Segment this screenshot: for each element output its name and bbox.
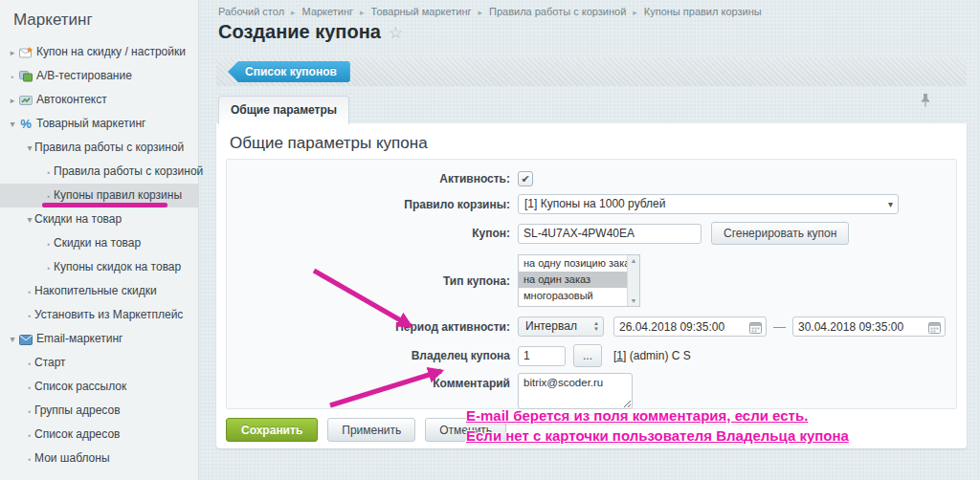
breadcrumb-item[interactable]: Купоны правил корзины <box>644 6 762 17</box>
calendar-icon[interactable] <box>749 320 762 338</box>
coupon-input[interactable] <box>518 224 702 244</box>
autocontext-icon <box>17 88 34 112</box>
sidebar-item-cart-rules-group[interactable]: Правила работы с корзиной <box>0 136 198 160</box>
coupon-list-button[interactable]: Список купонов <box>228 61 350 82</box>
sidebar-item-product-marketing[interactable]: %Товарный маркетинг <box>0 112 198 136</box>
sidebar-item-label: Установить из Маркетплейс <box>34 308 183 321</box>
sidebar-item-product-discount-coupons[interactable]: Купоны скидок на товар <box>0 255 198 279</box>
date-from-input[interactable] <box>613 316 767 337</box>
sidebar-title: Маркетинг <box>0 0 198 40</box>
sidebar-item-cart-rule-coupons[interactable]: Купоны правил корзины <box>0 184 198 207</box>
calendar-icon[interactable] <box>928 320 941 338</box>
sidebar-item-label: Скидки на товар <box>34 212 122 226</box>
owner-user-link[interactable]: [1] (admin) C S <box>613 349 691 362</box>
sidebar-item-cart-rules[interactable]: Правила работы с корзиной <box>0 160 198 184</box>
scroll-up-icon: ▲ <box>631 257 637 264</box>
apply-button[interactable]: Применить <box>327 418 415 442</box>
scroll-down-icon: ▼ <box>631 297 637 304</box>
sidebar-item-address-groups[interactable]: Группы адресов <box>0 399 198 423</box>
breadcrumb-item[interactable]: Товарный маркетинг <box>371 6 472 17</box>
sidebar-item-label: Список адресов <box>34 427 120 441</box>
sidebar-item-label: Накопительные скидки <box>34 284 157 297</box>
sidebar-item-label: Мои шаблоны <box>34 451 110 465</box>
save-button[interactable]: Сохранить <box>226 418 318 442</box>
bullet-icon <box>25 376 34 400</box>
comment-textarea[interactable]: bitrix@scoder.ru <box>518 373 633 409</box>
date-to-input[interactable] <box>792 316 946 337</box>
sidebar-item-ab-testing[interactable]: A/B-тестирование <box>0 64 198 88</box>
sidebar-item-label: Правила работы с корзиной <box>34 141 184 154</box>
sidebar-item-start[interactable]: Старт <box>0 351 198 375</box>
owner-browse-button[interactable]: ... <box>573 344 602 367</box>
coupon-mail-icon <box>17 40 34 64</box>
bullet-icon <box>25 424 34 447</box>
sidebar-item-label: Группы адресов <box>34 404 121 417</box>
annotation-note: E-mail берется из поля комментария, если… <box>466 405 849 446</box>
breadcrumb-arrow-icon: ▸ <box>360 8 365 17</box>
coupon-type-listbox: на одну позицию заказа на один заказ мно… <box>518 254 640 307</box>
collapse-arrow-icon <box>8 327 17 352</box>
sidebar: Маркетинг Купон на скидку / настройки A/… <box>0 0 199 480</box>
sidebar-item-label: Автоконтекст <box>36 93 107 106</box>
sidebar-item-label: Товарный маркетинг <box>36 117 145 130</box>
collapse-arrow-icon <box>25 136 34 161</box>
breadcrumb-arrow-icon: ▸ <box>291 8 296 17</box>
cart-rule-select[interactable]: [1] Купоны на 1000 рублей <box>518 194 899 214</box>
sidebar-item-label: Скидки на товар <box>54 236 141 250</box>
expand-arrow-icon <box>8 41 17 65</box>
coupon-label: Купон: <box>227 227 518 240</box>
sidebar-item-product-discounts[interactable]: Скидки на товар <box>0 231 198 255</box>
bullet-icon <box>44 161 54 185</box>
pin-icon[interactable] <box>920 93 931 112</box>
form-panel: Общие параметры купона Активность: ✔ Пра… <box>216 123 967 448</box>
coupon-type-label: Тип купона: <box>227 274 518 288</box>
bullet-icon <box>25 400 34 424</box>
percent-icon: % <box>17 112 34 136</box>
coupon-owner-input[interactable] <box>518 346 566 366</box>
generate-coupon-button[interactable]: Сгенерировать купон <box>711 222 849 245</box>
breadcrumb-item[interactable]: Рабочий стол <box>218 6 284 17</box>
context-toolbar: Список купонов <box>216 57 967 86</box>
checkmark-icon: ✔ <box>521 173 529 185</box>
active-period-label: Период активности: <box>227 320 518 334</box>
sidebar-item-coupon-settings[interactable]: Купон на скидку / настройки <box>0 40 198 64</box>
expand-arrow-icon <box>8 89 17 113</box>
comment-label: Комментарий <box>227 377 518 390</box>
breadcrumb: Рабочий стол▸Маркетинг▸Товарный маркетин… <box>218 6 762 17</box>
sidebar-item-label: Старт <box>34 356 66 369</box>
bullet-icon <box>44 232 54 256</box>
email-icon <box>17 327 34 351</box>
sidebar-item-label: Список рассылок <box>34 380 126 393</box>
coupon-type-option[interactable]: многоразовый <box>519 288 627 304</box>
collapse-arrow-icon <box>25 207 34 232</box>
collapse-arrow-icon <box>8 112 17 137</box>
sidebar-item-address-list[interactable]: Список адресов <box>0 423 198 447</box>
tab-general-parameters[interactable]: Общие параметры <box>218 96 349 124</box>
favorite-star-icon[interactable]: ☆ <box>389 24 403 42</box>
sidebar-item-label: Купоны правил корзины <box>54 188 182 202</box>
breadcrumb-item[interactable]: Правила работы с корзиной <box>489 6 626 17</box>
sidebar-item-autocontext[interactable]: Автоконтекст <box>0 88 198 112</box>
sidebar-item-my-templates[interactable]: Мои шаблоны <box>0 447 198 470</box>
sidebar-item-label: Правила работы с корзиной <box>54 164 203 178</box>
coupon-owner-label: Владелец купона <box>227 349 518 362</box>
listbox-scrollbar[interactable]: ▲ ▼ <box>627 255 639 306</box>
period-mode-select[interactable]: Интервал ▲▼ <box>518 316 604 337</box>
cart-rule-label: Правило корзины: <box>227 198 518 211</box>
page-title: Создание купона☆ <box>218 21 403 43</box>
sidebar-item-product-discounts-group[interactable]: Скидки на товар <box>0 207 198 231</box>
sidebar-item-email-marketing[interactable]: Email-маркетинг <box>0 327 198 351</box>
breadcrumb-arrow-icon: ▸ <box>633 8 637 17</box>
sidebar-item-mailing-lists[interactable]: Список рассылок <box>0 375 198 399</box>
sidebar-item-install-marketplace[interactable]: Установить из Маркетплейс <box>0 303 198 327</box>
ab-test-icon <box>17 64 34 88</box>
coupon-type-option-selected[interactable]: на один заказ <box>519 272 627 288</box>
sidebar-item-label: Купон на скидку / настройки <box>36 45 186 58</box>
bullet-icon <box>25 352 34 376</box>
activity-checkbox[interactable]: ✔ <box>518 171 533 186</box>
bullet-icon <box>25 304 34 328</box>
breadcrumb-item[interactable]: Маркетинг <box>302 6 353 17</box>
coupon-type-option[interactable]: на одну позицию заказа <box>519 255 627 272</box>
sidebar-item-cumulative-discounts[interactable]: Накопительные скидки <box>0 279 198 303</box>
annotation-line: Если нет с карточки пользователя Владель… <box>466 425 849 446</box>
